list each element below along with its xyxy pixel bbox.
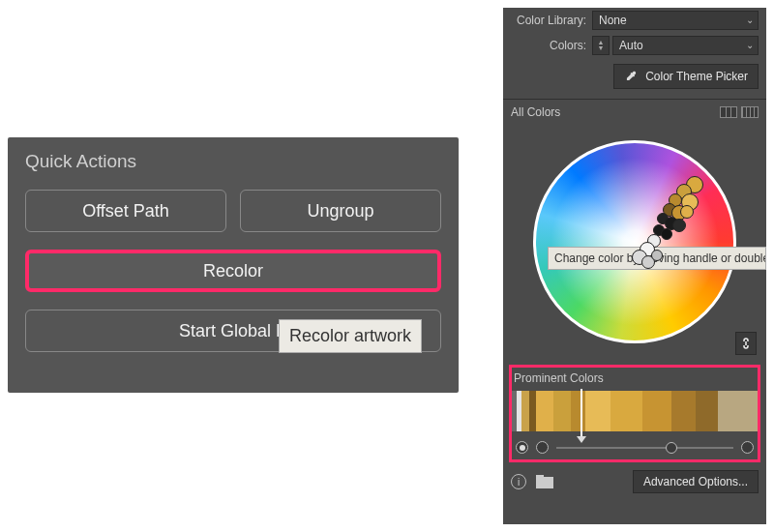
ungroup-button[interactable]: Ungroup — [240, 190, 441, 232]
prominent-colors-section: Prominent Colors — [509, 365, 760, 462]
swatch[interactable] — [553, 391, 571, 431]
colors-value: Auto — [619, 39, 643, 52]
swatch[interactable] — [610, 391, 642, 431]
swatch[interactable] — [671, 391, 696, 431]
offset-path-button[interactable]: Offset Path — [25, 190, 226, 232]
link-icon — [740, 337, 752, 350]
quick-actions-title: Quick Actions — [25, 151, 441, 172]
swatch[interactable] — [718, 391, 758, 431]
color-handle[interactable] — [661, 228, 672, 240]
colors-label: Colors: — [511, 39, 592, 52]
info-icon[interactable]: i — [511, 474, 526, 489]
colors-stepper[interactable]: ▲▼ — [592, 36, 610, 55]
swatch[interactable] — [529, 391, 537, 431]
swatch[interactable] — [521, 391, 529, 431]
picker-button-label: Color Theme Picker — [645, 70, 748, 83]
view-smooth-wheel-button[interactable] — [720, 106, 737, 118]
prominent-colors-title: Prominent Colors — [512, 368, 758, 391]
weight-mode-radio-1[interactable] — [516, 441, 528, 454]
swatch[interactable] — [585, 391, 610, 431]
advanced-options-button[interactable]: Advanced Options... — [633, 470, 759, 493]
recolor-tooltip: Recolor artwork — [279, 319, 422, 353]
all-colors-title: All Colors — [511, 105, 560, 119]
recolor-panel: Color Library: None ⌄ Colors: ▲▼ Auto ⌄ … — [503, 8, 766, 524]
quick-actions-row-2: Recolor — [25, 250, 441, 292]
wheel-view-toggle — [720, 106, 759, 118]
all-colors-header: All Colors — [503, 100, 766, 123]
weight-slider-row — [512, 431, 758, 454]
swatch[interactable] — [571, 391, 585, 431]
weight-mode-radio-2[interactable] — [536, 441, 549, 454]
chevron-down-icon: ⌄ — [746, 40, 754, 50]
chevron-down-icon: ⌄ — [746, 15, 754, 25]
swatch[interactable] — [536, 391, 553, 431]
colors-select[interactable]: Auto ⌄ — [612, 36, 759, 55]
swatch[interactable] — [642, 391, 671, 431]
color-handle[interactable] — [680, 205, 694, 219]
color-wheel-area: Change color by moving handle or double-… — [503, 123, 766, 361]
view-segmented-wheel-button[interactable] — [741, 106, 759, 118]
eyedropper-icon — [624, 70, 638, 83]
quick-actions-row-1: Offset Path Ungroup — [25, 190, 441, 232]
prominent-swatch-bar[interactable] — [512, 391, 758, 431]
slider-thumb[interactable] — [666, 442, 677, 454]
color-library-label: Color Library: — [511, 14, 592, 27]
weight-slider[interactable] — [556, 447, 733, 449]
recolor-footer: i Advanced Options... — [503, 462, 766, 501]
color-library-row: Color Library: None ⌄ — [503, 8, 766, 33]
link-harmony-button[interactable] — [735, 332, 757, 355]
folder-icon[interactable] — [536, 475, 553, 488]
quick-actions-panel: Quick Actions Offset Path Ungroup Recolo… — [8, 137, 459, 393]
recolor-button[interactable]: Recolor — [25, 250, 441, 292]
picker-row: Color Theme Picker — [503, 58, 766, 99]
color-wheel[interactable] — [533, 140, 736, 343]
color-theme-picker-button[interactable]: Color Theme Picker — [613, 64, 759, 89]
colors-row: Colors: ▲▼ Auto ⌄ — [503, 33, 766, 58]
color-handle-cluster[interactable] — [628, 170, 705, 277]
weight-mode-radio-3[interactable] — [741, 441, 754, 454]
swatch-handle[interactable] — [580, 389, 582, 437]
color-library-select[interactable]: None ⌄ — [592, 11, 759, 30]
color-library-value: None — [599, 14, 627, 27]
color-handle[interactable] — [651, 250, 663, 261]
color-handle[interactable] — [672, 219, 686, 232]
swatch[interactable] — [696, 391, 718, 431]
